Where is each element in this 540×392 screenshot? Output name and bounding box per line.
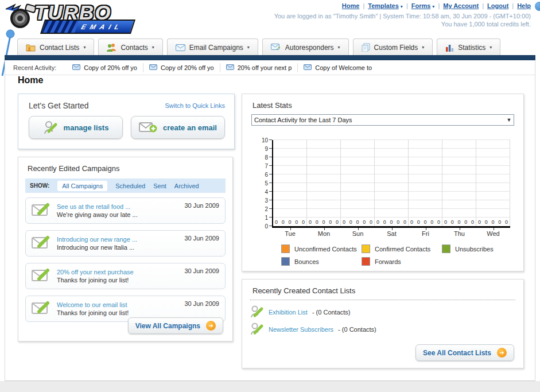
nav-link-help[interactable]: Help <box>517 2 531 9</box>
create-email-button[interactable]: create an email <box>131 116 225 139</box>
tab-contact-lists[interactable]: Contact Lists▾ <box>17 38 94 56</box>
tab-label: Custom Fields <box>374 44 418 52</box>
tab-autoresponders[interactable]: Autoresponders▾ <box>262 38 349 56</box>
manage-lists-label: manage lists <box>64 123 109 132</box>
filter-archived[interactable]: Archived <box>174 183 199 189</box>
y-tick-label: 10 <box>262 137 268 143</box>
nav-link-logout[interactable]: Logout <box>487 2 508 9</box>
envelope-icon <box>176 44 185 51</box>
legend-swatch <box>442 244 450 253</box>
filter-sent[interactable]: Sent <box>153 183 166 189</box>
contact-list-name-link[interactable]: Newsletter Subscribers <box>269 326 333 333</box>
switch-quick-links-link[interactable]: Switch to Quick Links <box>165 102 225 109</box>
bar-value-label: 0 <box>444 219 447 225</box>
contact-list-name-link[interactable]: Exhibition List <box>269 309 308 316</box>
gridline <box>273 139 510 140</box>
campaign-date: 30 Jun 2009 <box>184 235 219 242</box>
x-tick-label: Tue <box>285 230 296 237</box>
campaign-subtitle: Thanks for joining our list! <box>57 277 134 284</box>
campaign-card[interactable]: See us at the retail food ...We're givin… <box>25 197 226 224</box>
bar-value-label: 0 <box>302 219 305 225</box>
stats-filter-value: Contact Activity for the Last 7 Days <box>254 117 352 123</box>
manage-lists-button[interactable]: manage lists <box>29 116 123 139</box>
nav-link-forms[interactable]: Forms <box>411 2 431 9</box>
stats-filter-select[interactable]: Contact Activity for the Last 7 Days ▼ <box>251 114 514 126</box>
campaign-card[interactable]: Introducing our new range ...Introducing… <box>25 230 226 257</box>
logo-banner: EMAIL <box>40 20 135 34</box>
gridline <box>442 140 442 226</box>
legend-label: Confirmed Contacts <box>375 246 430 253</box>
logo-subtitle: EMAIL <box>80 23 125 31</box>
envelope-edit-icon <box>32 235 51 252</box>
pages-icon <box>362 43 370 52</box>
people-icon <box>107 43 116 52</box>
tab-statistics[interactable]: Statistics▾ <box>437 38 500 56</box>
bar-value-label: 0 <box>282 219 285 225</box>
bar-value-label: 0 <box>363 219 366 225</box>
campaign-subtitle: Introducing our new Italia ... <box>57 244 137 251</box>
gridline <box>273 217 510 218</box>
tab-email-campaigns[interactable]: Email Campaigns▾ <box>167 38 258 56</box>
recent-activity-bar: Recent Activity: Copy of 20% off yoCopy … <box>5 60 535 75</box>
chevron-down-icon: ▾ <box>152 45 154 50</box>
top-nav: Home|Templates▾|Forms▾|My Account|Logout… <box>342 2 531 9</box>
recent-activity-item[interactable]: Copy of 20% off yo <box>143 63 220 72</box>
gridline <box>273 191 510 192</box>
app-logo[interactable]: TURBO EMAIL <box>5 1 133 36</box>
x-tick-label: Wed <box>487 230 499 237</box>
tab-contacts[interactable]: Contacts▾ <box>98 38 162 56</box>
person-edit-icon <box>250 305 264 320</box>
bar-value-label: 0 <box>451 219 454 225</box>
folder-icon <box>26 43 36 52</box>
chart-plot-area: 00000000000000000000000000000000000 <box>272 140 510 228</box>
gridline <box>273 174 510 174</box>
nav-link-home[interactable]: Home <box>342 2 360 9</box>
envelope-edit-icon <box>32 202 51 219</box>
see-all-contact-lists-button[interactable]: See All Contact Lists ➜ <box>415 344 514 361</box>
contact-list-item[interactable]: Exhibition List- (0 Contacts) <box>250 304 523 321</box>
person-edit-icon <box>250 322 264 337</box>
campaign-filter-bar: SHOW: All CampaignsScheduledSentArchived <box>25 178 226 193</box>
gridline <box>273 148 510 149</box>
contact-list-items: Exhibition List- (0 Contacts)Newsletter … <box>242 300 523 338</box>
filter-all-campaigns[interactable]: All Campaigns <box>57 181 107 191</box>
envelope-edit-icon <box>32 300 51 317</box>
envelope-edit-icon <box>32 267 51 285</box>
recent-activity-item[interactable]: Copy of 20% off yo <box>67 63 143 72</box>
bar-value-label: 0 <box>329 219 332 225</box>
nav-link-my-account[interactable]: My Account <box>443 2 479 9</box>
get-started-panel: Let's Get Started Switch to Quick Links … <box>18 94 235 149</box>
campaign-title-link[interactable]: Introducing our new range ... <box>57 236 137 243</box>
bar-value-label: 0 <box>437 219 440 225</box>
bar-value-label: 0 <box>316 219 318 225</box>
show-label: SHOW: <box>30 183 49 189</box>
recent-activity-item[interactable]: Copy of Welcome to <box>297 63 378 72</box>
bar-value-label: 0 <box>376 219 379 225</box>
bar-value-label: 0 <box>390 219 393 225</box>
recent-activity-item-label: 20% off your next p <box>238 64 292 71</box>
help-beacon-icon[interactable] <box>535 2 540 11</box>
legend-item: Confirmed Contacts <box>362 244 442 253</box>
arrow-right-icon: ➜ <box>497 348 507 358</box>
contact-list-item[interactable]: Newsletter Subscribers- (0 Contacts) <box>250 321 523 338</box>
bar-value-label: 0 <box>424 219 427 225</box>
latest-stats-panel: Latest Stats Contact Activity for the La… <box>242 94 524 271</box>
contact-list-detail: - (0 Contacts) <box>312 309 351 316</box>
campaign-title-link[interactable]: Welcome to our email list <box>57 301 129 308</box>
tab-custom-fields[interactable]: Custom Fields▾ <box>353 38 433 56</box>
campaign-title-link[interactable]: See us at the retail food ... <box>57 203 138 210</box>
chevron-down-icon: ▾ <box>247 45 250 50</box>
campaign-card[interactable]: 20% off your next purchaseThanks for joi… <box>25 263 226 289</box>
campaign-title-link[interactable]: 20% off your next purchase <box>57 269 134 275</box>
nav-link-templates[interactable]: Templates <box>368 2 399 9</box>
y-tick-label: 0 <box>265 223 268 230</box>
view-all-campaigns-button[interactable]: View All Campaigns ➜ <box>128 317 223 334</box>
create-email-label: create an email <box>163 123 217 132</box>
bar-value-label: 0 <box>492 219 495 225</box>
nav-separator: | <box>363 2 364 9</box>
recent-activity-item[interactable]: 20% off your next p <box>220 63 298 72</box>
filter-scheduled[interactable]: Scheduled <box>115 183 145 189</box>
bar-value-label: 0 <box>485 219 488 225</box>
bar-value-label: 0 <box>498 219 501 225</box>
y-tick-label: 7 <box>265 163 268 169</box>
